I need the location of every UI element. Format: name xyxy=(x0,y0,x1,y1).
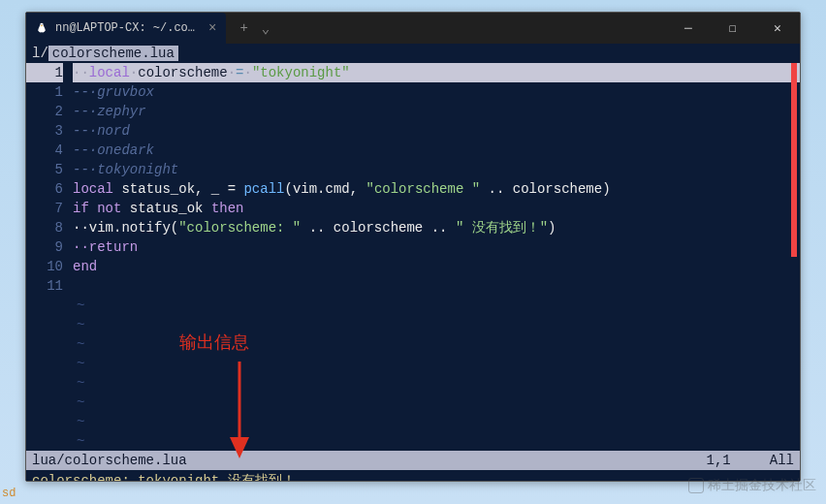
terminal-window: nn@LAPTOP-CX: ~/.config/nvim × + ⌄ ─ ☐ ✕… xyxy=(25,12,801,482)
empty-line-tilde: ~ xyxy=(73,431,800,451)
code-area[interactable]: 1 1 2 3 4 5 6 7 8 9 10 11 ··local·colors… xyxy=(26,63,800,451)
code-content[interactable]: ··local·colorscheme·=·"tokyonight" --·gr… xyxy=(73,63,800,451)
code-line: end xyxy=(73,257,800,276)
tab-actions: + ⌄ xyxy=(226,20,270,37)
line-number: 3 xyxy=(26,121,63,141)
status-bar: lua/colorscheme.lua 1,1 All xyxy=(26,451,800,470)
buffer-path-prefix: l/ xyxy=(32,46,48,61)
terminal-tab[interactable]: nn@LAPTOP-CX: ~/.config/nvim × xyxy=(26,13,226,44)
line-number: 8 xyxy=(26,218,63,237)
empty-line-tilde: ~ xyxy=(73,315,800,334)
code-line: local status_ok, _ = pcall(vim.cmd, "col… xyxy=(73,179,800,199)
buffer-name: colorscheme.lua xyxy=(48,46,178,61)
maximize-button[interactable]: ☐ xyxy=(711,13,755,44)
watermark-text: 稀土掘金技术社区 xyxy=(708,477,816,494)
tab-close-button[interactable]: × xyxy=(208,20,216,36)
editor: l/colorscheme.lua 1 1 2 3 4 5 6 7 8 9 10… xyxy=(26,44,800,481)
message-bar: colorscheme: tokyonight 没有找到！ xyxy=(26,470,800,481)
empty-line-tilde: ~ xyxy=(73,354,800,373)
tux-icon xyxy=(36,22,48,34)
code-line: --·gruvbox xyxy=(73,82,800,102)
line-number-gutter: 1 1 2 3 4 5 6 7 8 9 10 11 xyxy=(26,63,73,451)
empty-line-tilde: ~ xyxy=(73,412,800,431)
code-line: ··local·colorscheme·=·"tokyonight" xyxy=(73,63,800,82)
empty-line-tilde: ~ xyxy=(73,373,800,393)
new-tab-button[interactable]: + xyxy=(239,20,247,36)
empty-line-tilde: ~ xyxy=(73,296,800,315)
line-number: 6 xyxy=(26,179,63,199)
line-number: 4 xyxy=(26,141,63,160)
code-line: --·nord xyxy=(73,121,800,141)
line-number-current: 1 xyxy=(26,63,63,82)
window-controls: ─ ☐ ✕ xyxy=(666,13,800,44)
line-number: 2 xyxy=(26,102,63,121)
code-line: ··vim.notify("colorscheme: " .. colorsch… xyxy=(73,218,800,237)
empty-line-tilde: ~ xyxy=(73,393,800,412)
code-line: if not status_ok then xyxy=(73,199,800,218)
code-line: --·tokyonight xyxy=(73,160,800,179)
line-number: 1 xyxy=(26,82,63,102)
code-line: ··return xyxy=(73,237,800,257)
scrollbar-marker xyxy=(791,63,797,257)
line-number: 10 xyxy=(26,257,63,276)
line-number: 9 xyxy=(26,237,63,257)
watermark: 稀土掘金技术社区 xyxy=(688,477,816,494)
status-scroll: All xyxy=(770,451,794,470)
line-number: 11 xyxy=(26,276,63,296)
empty-line-tilde: ~ xyxy=(73,334,800,354)
code-line: --·zephyr xyxy=(73,102,800,121)
corner-text: sd xyxy=(2,487,16,500)
code-line: --·onedark xyxy=(73,141,800,160)
svg-point-0 xyxy=(41,24,42,25)
status-file: lua/colorscheme.lua xyxy=(32,451,707,470)
watermark-icon xyxy=(688,478,704,493)
svg-point-1 xyxy=(43,24,44,25)
tab-dropdown-button[interactable]: ⌄ xyxy=(262,20,270,37)
close-button[interactable]: ✕ xyxy=(755,13,800,44)
minimize-button[interactable]: ─ xyxy=(666,13,711,44)
buffer-header: l/colorscheme.lua xyxy=(26,44,800,63)
tab-title: nn@LAPTOP-CX: ~/.config/nvim xyxy=(55,21,201,35)
titlebar: nn@LAPTOP-CX: ~/.config/nvim × + ⌄ ─ ☐ ✕ xyxy=(26,13,800,44)
line-number: 7 xyxy=(26,199,63,218)
code-line-empty xyxy=(73,276,800,296)
status-position: 1,1 xyxy=(707,451,731,470)
line-number: 5 xyxy=(26,160,63,179)
